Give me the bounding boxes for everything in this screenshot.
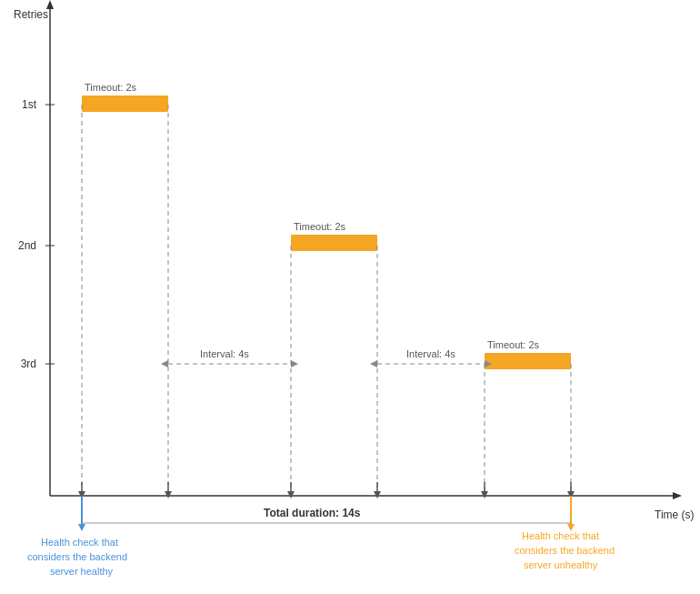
timeout-bar-3: [485, 353, 571, 369]
svg-marker-22: [165, 491, 172, 498]
svg-marker-32: [78, 524, 85, 531]
x-axis-label: Time (s): [655, 508, 695, 521]
svg-marker-15: [161, 360, 168, 367]
y-axis-label: Retries: [14, 8, 48, 21]
svg-marker-18: [370, 360, 377, 367]
svg-marker-26: [374, 491, 381, 498]
timeout-label-1: Timeout: 2s: [85, 82, 137, 93]
timeout-bar-1: [82, 96, 168, 112]
total-duration-label: Total duration: 14s: [264, 507, 361, 519]
svg-marker-28: [481, 491, 488, 498]
chart-container: Retries Time (s) 1st 2nd 3rd Timeout: 2s…: [0, 0, 700, 594]
interval-label-2: Interval: 4s: [406, 348, 455, 359]
svg-marker-14: [291, 360, 298, 367]
unhealthy-annotation-line3: server unhealthy: [524, 559, 598, 570]
unhealthy-annotation-line1: Health check that: [522, 530, 599, 541]
svg-marker-2: [673, 492, 682, 499]
timeout-label-2: Timeout: 2s: [294, 221, 346, 232]
retry-label-2nd: 2nd: [18, 239, 36, 252]
healthy-annotation-line1: Health check that: [41, 537, 118, 548]
interval-label-1: Interval: 4s: [200, 348, 249, 359]
unhealthy-annotation-line2: considers the backend: [515, 545, 615, 556]
svg-marker-24: [287, 491, 295, 498]
healthy-annotation-line3: server healthy: [50, 566, 114, 577]
healthy-annotation-line2: considers the backend: [27, 551, 127, 562]
timeout-bar-2: [291, 235, 377, 251]
retry-label-3rd: 3rd: [21, 357, 36, 370]
timeout-label-3: Timeout: 2s: [487, 339, 540, 350]
retry-label-1st: 1st: [22, 98, 37, 111]
